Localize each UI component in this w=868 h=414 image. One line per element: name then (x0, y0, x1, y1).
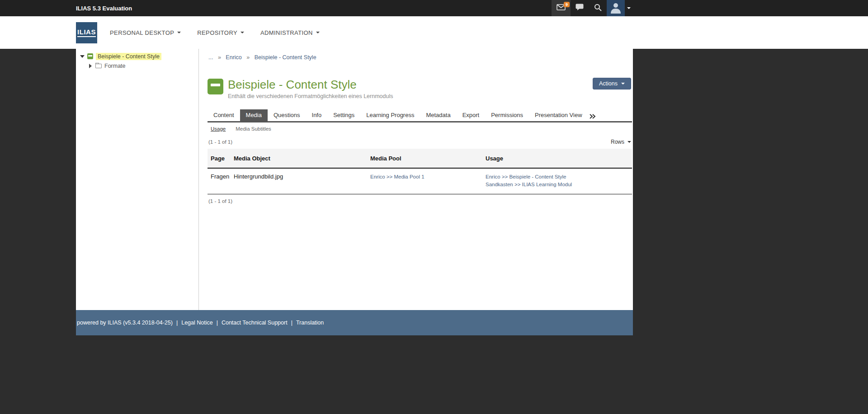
media-usage-table: Page Media Object Media Pool Usage Frage… (208, 149, 632, 194)
avatar-image (609, 1, 622, 15)
tree-node-formate-label[interactable]: Formate (104, 63, 126, 69)
tree-node-beispiele: Beispiele - Content Style (76, 52, 198, 61)
mail-button[interactable]: 9 (552, 0, 571, 16)
breadcrumb: ... » Enrico » Beispiele - Content Style (208, 54, 632, 61)
top-bar: ILIAS 5.3 Evaluation 9 (0, 0, 868, 16)
search-icon (594, 4, 602, 13)
nav-personal-desktop-label: PERSONAL DESKTOP (110, 29, 174, 36)
subtab-usage[interactable]: Usage (211, 126, 226, 132)
nav-personal-desktop[interactable]: PERSONAL DESKTOP (110, 29, 181, 36)
tab-media[interactable]: Media (240, 109, 268, 121)
actions-button[interactable]: Actions (593, 78, 631, 89)
page-title: Beispiele - Content Style (228, 78, 393, 91)
table-toolbar: (1 - 1 of 1) Rows (208, 139, 632, 145)
footer-separator: | (291, 320, 292, 326)
breadcrumb-ellipsis[interactable]: ... (208, 54, 213, 61)
subtab-bar: Usage Media Subtitles (208, 122, 632, 132)
tree-node-beispiele-label[interactable]: Beispiele - Content Style (96, 53, 161, 60)
logo-text: ILIAS (77, 28, 96, 37)
page-header-texts: Beispiele - Content Style Enthält die ve… (228, 78, 393, 99)
breadcrumb-enrico[interactable]: Enrico (226, 54, 241, 61)
cell-media-object: Hintergrundbild.jpg (234, 168, 370, 194)
learning-module-icon (87, 53, 93, 59)
tab-questions[interactable]: Questions (268, 109, 306, 121)
chevron-down-icon (621, 83, 625, 85)
chat-button[interactable] (571, 0, 589, 16)
page-header: Beispiele - Content Style Enthält die ve… (208, 78, 632, 99)
breadcrumb-separator: » (218, 54, 221, 61)
column-header-usage: Usage (486, 149, 632, 168)
learning-module-icon (208, 79, 223, 94)
main-menu-bar: ILIAS PERSONAL DESKTOP REPOSITORY ADMINI… (0, 16, 868, 49)
tab-content[interactable]: Content (208, 109, 240, 121)
media-pool-link[interactable]: Enrico >> Media Pool 1 (370, 174, 425, 179)
breadcrumb-current[interactable]: Beispiele - Content Style (255, 54, 316, 61)
table-row: Fragen Hintergrundbild.jpg Enrico >> Med… (208, 168, 632, 194)
footer-separator: | (176, 320, 178, 326)
chevron-down-icon (627, 7, 631, 9)
tree-collapse-toggle[interactable] (79, 55, 86, 58)
powered-by-text: powered by ILIAS (v5.3.4 2018-04-25) (77, 320, 173, 326)
tree-node-formate: Formate (84, 61, 198, 71)
user-menu-toggle[interactable] (625, 0, 633, 16)
main-area: Beispiele - Content Style Formate ... » … (76, 49, 633, 310)
tab-export[interactable]: Export (457, 109, 486, 121)
content-area: ... » Enrico » Beispiele - Content Style… (199, 49, 633, 310)
search-button[interactable] (589, 0, 607, 16)
footer-link-contact-support[interactable]: Contact Technical Support (222, 320, 288, 326)
cell-page: Fragen (208, 168, 234, 194)
chevron-down-icon (627, 141, 631, 143)
app-title: ILIAS 5.3 Evaluation (76, 5, 132, 12)
tab-info[interactable]: Info (306, 109, 328, 121)
nav-repository-label: REPOSITORY (197, 29, 237, 36)
nav-repository[interactable]: REPOSITORY (197, 29, 244, 36)
tab-settings[interactable]: Settings (327, 109, 360, 121)
rows-dropdown-label: Rows (611, 139, 624, 145)
tab-learning-progress[interactable]: Learning Progress (360, 109, 420, 121)
column-header-media-object: Media Object (234, 149, 370, 168)
tab-permissions[interactable]: Permissions (485, 109, 529, 121)
chat-icon (576, 4, 584, 13)
result-range-top: (1 - 1 of 1) (208, 139, 232, 145)
footer-link-legal-notice[interactable]: Legal Notice (181, 320, 213, 326)
tab-metadata[interactable]: Metadata (420, 109, 456, 121)
nav-administration[interactable]: ADMINISTRATION (260, 29, 320, 36)
topbar-icon-group: 9 (552, 0, 633, 16)
result-range-bottom: (1 - 1 of 1) (208, 198, 632, 204)
cell-media-pool: Enrico >> Media Pool 1 (370, 168, 486, 194)
tab-presentation-view[interactable]: Presentation View (529, 109, 588, 121)
rows-dropdown[interactable]: Rows (611, 139, 631, 145)
footer-link-translation[interactable]: Translation (296, 320, 324, 326)
nav-administration-label: ADMINISTRATION (260, 29, 313, 36)
column-header-media-pool: Media Pool (370, 149, 486, 168)
main-nav: PERSONAL DESKTOP REPOSITORY ADMINISTRATI… (110, 29, 320, 36)
mail-badge: 9 (564, 2, 570, 7)
footer-separator: | (217, 320, 218, 326)
usage-link-2[interactable]: Sandkasten >> ILIAS Learning Modul (486, 181, 628, 188)
chevron-down-icon (316, 32, 320, 33)
page-subtitle: Enthält die verschiedenen Formatmöglichk… (228, 93, 393, 99)
page-footer: powered by ILIAS (v5.3.4 2018-04-25) | L… (76, 310, 633, 335)
actions-button-label: Actions (599, 80, 618, 87)
table-header-row: Page Media Object Media Pool Usage (208, 149, 632, 168)
tree-expand-toggle[interactable] (87, 64, 94, 68)
ilias-logo[interactable]: ILIAS (76, 22, 97, 43)
chevron-down-icon (177, 32, 181, 33)
repository-tree: Beispiele - Content Style Formate (76, 49, 199, 310)
chevron-down-icon (241, 32, 244, 33)
caret-down-icon (80, 55, 85, 58)
folder-icon (95, 64, 102, 68)
subtab-media-subtitles[interactable]: Media Subtitles (236, 126, 271, 132)
user-avatar[interactable] (607, 0, 625, 16)
cell-usage: Enrico >> Beispiele - Content Style Sand… (486, 168, 632, 194)
presentation-view-arrow-icon[interactable] (588, 113, 598, 121)
caret-right-icon (89, 64, 92, 68)
breadcrumb-separator: » (246, 54, 250, 61)
usage-link-1[interactable]: Enrico >> Beispiele - Content Style (486, 173, 628, 181)
tab-bar: Content Media Questions Info Settings Le… (208, 109, 632, 122)
column-header-page: Page (208, 149, 234, 168)
